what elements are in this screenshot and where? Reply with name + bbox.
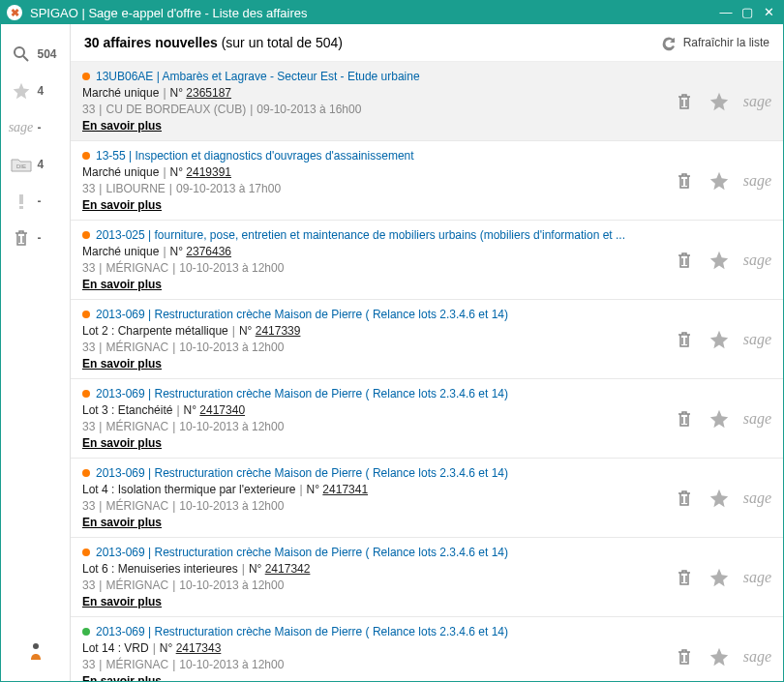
item-number[interactable]: 2417343 (176, 641, 222, 655)
item-number[interactable]: 2417339 (256, 324, 301, 338)
item-date: 10-10-2013 à 12h00 (179, 658, 284, 671)
status-bullet (82, 152, 90, 160)
logo-icon (25, 640, 46, 662)
status-bullet (82, 549, 90, 556)
delete-button[interactable] (674, 250, 695, 271)
svg-point-0 (15, 47, 24, 57)
sage-button[interactable]: sage (743, 329, 771, 350)
item-meta: Lot 14 : VRD (82, 641, 149, 655)
refresh-label: Rafraîchir la liste (683, 36, 769, 49)
sidebar-search[interactable]: 504 (1, 36, 70, 73)
sage-count: - (38, 121, 61, 134)
item-number[interactable]: 2417342 (265, 562, 311, 576)
sage-button[interactable]: sage (743, 91, 771, 112)
item-title: 2013-069 | Restructuration crèche Maison… (96, 625, 508, 638)
sidebar-die[interactable]: DIE 4 (1, 146, 70, 183)
more-link[interactable]: En savoir plus (82, 357, 162, 371)
favorite-button[interactable] (709, 250, 730, 271)
item-date: 10-10-2013 à 12h00 (179, 261, 284, 275)
folder-icon: DIE (11, 154, 32, 175)
item-org: MÉRIGNAC (106, 261, 168, 275)
favorite-button[interactable] (709, 91, 730, 112)
item-title: 13-55 | Inspection et diagnostics d'ouvr… (96, 149, 414, 163)
item-title: 2013-069 | Restructuration crèche Maison… (96, 308, 508, 321)
item-dept: 33 (82, 182, 95, 195)
sage-button[interactable]: sage (743, 170, 771, 192)
sidebar-sage[interactable]: sage - (1, 109, 70, 146)
more-link[interactable]: En savoir plus (82, 516, 162, 529)
favorite-button[interactable] (709, 329, 730, 350)
delete-button[interactable] (674, 329, 695, 350)
item-number[interactable]: 2417340 (199, 403, 245, 417)
svg-rect-3 (19, 194, 23, 204)
status-bullet (82, 73, 90, 80)
sidebar-trash[interactable]: - (1, 220, 70, 256)
list-item[interactable]: 2013-069 | Restructuration crèche Maison… (71, 379, 783, 459)
list-item[interactable]: 2013-069 | Restructuration crèche Maison… (71, 459, 783, 538)
list-item[interactable]: 2013-069 | Restructuration crèche Maison… (71, 300, 783, 379)
more-link[interactable]: En savoir plus (82, 198, 162, 212)
alert-icon (11, 191, 32, 212)
favorite-button[interactable] (709, 488, 730, 509)
more-link[interactable]: En savoir plus (82, 119, 162, 133)
status-bullet (82, 231, 90, 239)
svg-line-1 (23, 56, 28, 61)
list-item[interactable]: 13-55 | Inspection et diagnostics d'ouvr… (71, 141, 783, 221)
sidebar-favorites[interactable]: 4 (1, 73, 70, 109)
app-icon: ✖ (7, 5, 22, 20)
maximize-button[interactable]: ▢ (739, 4, 756, 21)
favorite-button[interactable] (709, 170, 730, 192)
trash-icon (11, 227, 32, 249)
favorite-button[interactable] (709, 646, 730, 667)
favorite-button[interactable] (709, 567, 730, 588)
item-number[interactable]: 2365187 (186, 86, 231, 100)
sage-button[interactable]: sage (743, 408, 771, 430)
affaires-list[interactable]: 13UB06AE | Ambarès et Lagrave - Secteur … (71, 62, 783, 681)
list-count-total: (sur un total de 504) (222, 35, 343, 50)
item-dept: 33 (82, 341, 95, 354)
search-count: 504 (38, 47, 61, 61)
sage-button[interactable]: sage (743, 488, 771, 509)
refresh-icon (660, 34, 678, 51)
sage-button[interactable]: sage (743, 250, 771, 271)
item-dept: 33 (82, 578, 95, 592)
item-dept: 33 (82, 420, 95, 433)
close-button[interactable]: ✕ (760, 4, 777, 21)
item-number[interactable]: 2419391 (186, 165, 231, 179)
item-title: 13UB06AE | Ambarès et Lagrave - Secteur … (96, 70, 420, 83)
list-item[interactable]: 2013-069 | Restructuration crèche Maison… (71, 538, 783, 617)
item-meta: Lot 3 : Etanchéité (82, 403, 172, 417)
delete-button[interactable] (674, 567, 695, 588)
item-meta: Lot 2 : Charpente métallique (82, 324, 228, 338)
sage-button[interactable]: sage (743, 567, 771, 588)
item-date: 09-10-2013 à 16h00 (256, 103, 361, 116)
status-bullet (82, 311, 90, 318)
delete-button[interactable] (674, 646, 695, 667)
list-item[interactable]: 2013-025 | fourniture, pose, entretien e… (71, 221, 783, 300)
more-link[interactable]: En savoir plus (82, 674, 162, 681)
item-meta: Marché unique (82, 86, 159, 100)
item-date: 10-10-2013 à 12h00 (179, 499, 284, 513)
favorite-button[interactable] (709, 408, 730, 430)
delete-button[interactable] (674, 408, 695, 430)
delete-button[interactable] (674, 488, 695, 509)
sage-button[interactable]: sage (743, 646, 771, 667)
item-title: 2013-069 | Restructuration crèche Maison… (96, 466, 508, 480)
delete-button[interactable] (674, 170, 695, 192)
refresh-button[interactable]: Rafraîchir la liste (660, 34, 769, 51)
more-link[interactable]: En savoir plus (82, 436, 162, 450)
list-item[interactable]: 13UB06AE | Ambarès et Lagrave - Secteur … (71, 62, 783, 141)
item-org: MÉRIGNAC (106, 420, 168, 433)
more-link[interactable]: En savoir plus (82, 595, 162, 608)
list-count-bold: 30 affaires nouvelles (84, 35, 218, 50)
item-org: LIBOURNE (106, 182, 165, 195)
item-dept: 33 (82, 261, 95, 275)
sidebar-alerts[interactable]: - (1, 183, 70, 220)
more-link[interactable]: En savoir plus (82, 278, 162, 291)
list-item[interactable]: 2013-069 | Restructuration crèche Maison… (71, 617, 783, 681)
item-title: 2013-069 | Restructuration crèche Maison… (96, 387, 508, 400)
delete-button[interactable] (674, 91, 695, 112)
item-number[interactable]: 2376436 (186, 245, 231, 258)
item-number[interactable]: 2417341 (322, 483, 368, 496)
minimize-button[interactable]: — (717, 4, 735, 21)
